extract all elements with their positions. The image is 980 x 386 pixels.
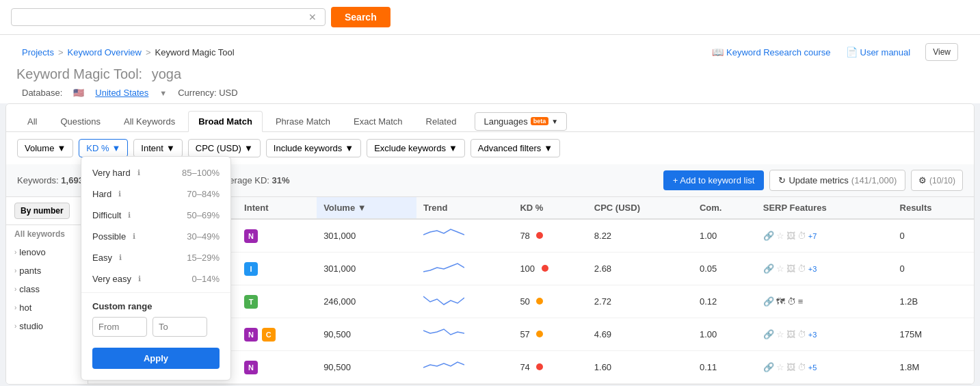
com-cell: 0.05 — [693, 253, 756, 285]
by-number-button[interactable]: By number — [14, 203, 70, 219]
user-manual-link[interactable]: 📄 User manual — [846, 47, 911, 57]
serp-icon-4: ⏱ — [797, 329, 806, 339]
kd-hard-info[interactable]: ℹ — [118, 190, 121, 198]
serp-icon-2: ☆ — [776, 263, 784, 274]
add-to-list-button[interactable]: + Add to keyword list — [663, 170, 765, 190]
serp-icon-2: ☆ — [776, 362, 784, 372]
kd-hard-range: 70–84% — [187, 189, 220, 199]
chevron-volume-icon: ▼ — [57, 143, 66, 153]
volume-filter-label: Volume — [25, 143, 54, 153]
kd-easy-info[interactable]: ℹ — [119, 253, 122, 262]
col-com: Com. — [693, 197, 756, 219]
kd-filter[interactable]: KD % ▼ — [79, 139, 128, 157]
kd-option-easy[interactable]: Easy ℹ 15–29% — [81, 247, 230, 268]
kd-very-easy-info[interactable]: ℹ — [138, 274, 141, 283]
results-cell: 0 — [893, 253, 974, 285]
serp-icon-3: 🖼 — [786, 329, 795, 339]
apply-button[interactable]: Apply — [92, 348, 220, 369]
stats-actions: + Add to keyword list ↻ Update metrics (… — [663, 170, 963, 191]
kd-difficult-info[interactable]: ℹ — [128, 211, 131, 220]
serp-icon-2: ☆ — [776, 329, 784, 339]
volume-cell: 90,500 — [317, 351, 416, 384]
left-panel-item-class[interactable]: › class — [6, 280, 88, 298]
kd-dropdown: Very hard ℹ 85–100% Hard ℹ 70–84% Diffic… — [81, 156, 231, 381]
tab-questions[interactable]: Questions — [50, 111, 111, 132]
breadcrumb-sep-2: > — [146, 47, 151, 57]
com-cell: 0.11 — [693, 351, 756, 384]
serp-icon-1: 🔗 — [763, 362, 774, 372]
col-volume[interactable]: Volume ▼ — [317, 197, 416, 219]
search-button[interactable]: Search — [331, 7, 390, 27]
search-input[interactable]: yoga — [17, 12, 308, 23]
keyword-research-course-link[interactable]: 📖 Keyword Research course — [712, 47, 830, 57]
volume-filter[interactable]: Volume ▼ — [17, 139, 73, 157]
custom-range-from-input[interactable] — [92, 317, 147, 337]
kd-option-hard[interactable]: Hard ℹ 70–84% — [81, 183, 230, 205]
tab-all-keywords[interactable]: All Keywords — [114, 111, 185, 132]
advanced-filters-label: Advanced filters — [478, 143, 542, 153]
kd-easy-range: 15–29% — [187, 253, 220, 263]
tab-bar: All Questions All Keywords Broad Match P… — [6, 104, 974, 132]
serp-icon-4: ⏱ — [797, 231, 806, 241]
kd-very-hard-info[interactable]: ℹ — [137, 168, 140, 177]
tab-related[interactable]: Related — [416, 111, 467, 132]
intent-filter[interactable]: Intent ▼ — [133, 139, 182, 157]
col-kd: KD % — [513, 197, 587, 219]
flag-icon: 🇺🇸 — [73, 88, 84, 98]
trend-sparkline — [423, 258, 464, 277]
cpc-filter[interactable]: CPC (USD) ▼ — [188, 139, 261, 157]
chevron-include-icon: ▼ — [345, 143, 354, 153]
clear-icon[interactable]: ✕ — [308, 12, 317, 23]
kd-very-hard-range: 85–100% — [182, 168, 220, 178]
left-panel-item-lenovo[interactable]: › lenovo — [6, 243, 88, 261]
results-cell: 1.8M — [893, 351, 974, 384]
left-panel-item-pants-label: pants — [19, 266, 41, 276]
kd-hard-label: Hard — [92, 189, 111, 199]
advanced-filters[interactable]: Advanced filters ▼ — [471, 139, 560, 157]
tab-phrase-match[interactable]: Phrase Match — [265, 111, 341, 132]
chevron-db-icon[interactable]: ▼ — [159, 89, 167, 97]
tab-languages[interactable]: Languages beta ▼ — [475, 112, 567, 131]
intent-badge-n: N — [244, 361, 258, 374]
exclude-keywords-filter[interactable]: Exclude keywords ▼ — [367, 139, 465, 157]
left-panel-item-studio[interactable]: › studio — [6, 317, 88, 335]
include-keywords-filter[interactable]: Include keywords ▼ — [266, 139, 361, 157]
breadcrumb-keyword-overview[interactable]: Keyword Overview — [68, 47, 142, 57]
beta-badge: beta — [531, 117, 549, 125]
view-button[interactable]: View — [925, 43, 958, 61]
serp-icon-3: 🖼 — [786, 263, 795, 274]
kd-possible-info[interactable]: ℹ — [133, 232, 135, 241]
kd-option-difficult[interactable]: Difficult ℹ 50–69% — [81, 205, 230, 226]
left-panel-item-hot[interactable]: › hot — [6, 298, 88, 317]
col-cpc: CPC (USD) — [587, 197, 693, 219]
cpc-filter-label: CPC (USD) — [196, 143, 241, 153]
book-icon: 📖 — [712, 47, 724, 57]
serp-icon-3: ⏱ — [787, 296, 796, 307]
serp-plus: +5 — [808, 363, 817, 372]
avg-kd-value: 31% — [272, 175, 290, 185]
serp-icon-1: 🔗 — [763, 231, 774, 241]
exclude-keywords-label: Exclude keywords — [374, 143, 446, 153]
breadcrumb-projects[interactable]: Projects — [22, 47, 54, 57]
chevron-studio-icon: › — [14, 322, 16, 330]
tab-exact-match[interactable]: Exact Match — [343, 111, 413, 132]
all-keywords-label: All keywords — [6, 225, 88, 243]
left-panel-item-pants[interactable]: › pants — [6, 261, 88, 280]
kd-option-possible[interactable]: Possible ℹ 30–49% — [81, 226, 230, 247]
settings-count: (10/10) — [929, 176, 955, 185]
left-panel-item-hot-label: hot — [19, 303, 31, 313]
settings-button[interactable]: ⚙ (10/10) — [911, 170, 963, 191]
custom-range-to-input[interactable] — [153, 317, 207, 337]
kd-option-very-hard[interactable]: Very hard ℹ 85–100% — [81, 162, 230, 183]
results-cell: 0 — [893, 219, 974, 253]
serp-icon-3: 🖼 — [786, 362, 795, 372]
serp-plus: +7 — [808, 232, 817, 240]
serp-icon-1: 🔗 — [763, 263, 774, 274]
trend-sparkline — [423, 225, 464, 244]
update-metrics-button[interactable]: ↻ Update metrics (141/1,000) — [769, 170, 905, 191]
kd-option-very-easy[interactable]: Very easy ℹ 0–14% — [81, 268, 230, 290]
tab-broad-match[interactable]: Broad Match — [188, 111, 263, 132]
tab-all[interactable]: All — [17, 111, 47, 132]
kd-cell: 57 — [513, 318, 587, 351]
database-value[interactable]: United States — [95, 88, 148, 98]
